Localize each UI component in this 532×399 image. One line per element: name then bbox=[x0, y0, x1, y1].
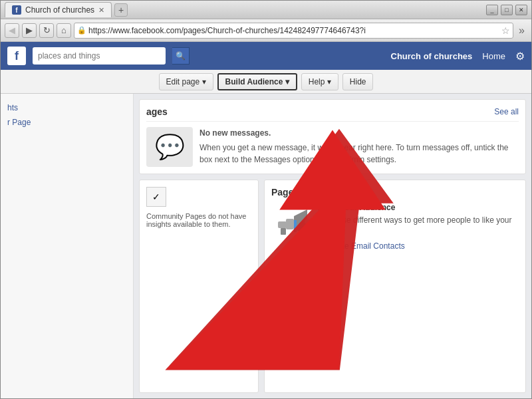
help-button[interactable]: Help ▾ bbox=[301, 73, 338, 90]
page-tips-box: Page Tips bbox=[264, 180, 526, 393]
bookmark-star-icon[interactable]: ☆ bbox=[501, 25, 510, 36]
megaphone-icon bbox=[271, 203, 311, 243]
address-bar[interactable] bbox=[88, 26, 501, 35]
tip-content: Build Your Audience Try these different … bbox=[318, 203, 519, 251]
sidebar-item-label: hts bbox=[7, 103, 18, 112]
sidebar-item-rpage[interactable]: r Page bbox=[7, 115, 126, 130]
lock-icon: 🔒 bbox=[77, 26, 86, 35]
browser-window: f Church of churches ✕ + _ □ ✕ ◀ ▶ ↻ ⌂ 🔒… bbox=[0, 0, 532, 399]
navigation-bar: ◀ ▶ ↻ ⌂ 🔒 ☆ » bbox=[1, 19, 531, 42]
facebook-toolbar-right: Church of churches Home ⚙ bbox=[391, 50, 525, 63]
insights-text: Community Pages do not have insights ava… bbox=[146, 212, 251, 228]
sidebar-item-label: r Page bbox=[7, 118, 31, 127]
insights-header: ✓ bbox=[146, 187, 251, 207]
center-content: ages See all 💬 No new messages. When you… bbox=[134, 94, 531, 398]
messages-content: 💬 No new messages. When you get a new me… bbox=[146, 127, 519, 167]
facebook-page-name: Church of churches bbox=[391, 51, 473, 61]
more-tools-button[interactable]: » bbox=[516, 25, 527, 37]
facebook-toolbar: f 🔍 Church of churches Home ⚙ bbox=[1, 42, 531, 70]
tip-title: Build Your Audience bbox=[318, 203, 519, 212]
main-content: hts r Page ages See all 💬 No new me bbox=[1, 94, 531, 398]
tip-desc: Try these different ways to get more peo… bbox=[318, 215, 519, 237]
maximize-button[interactable]: □ bbox=[501, 5, 513, 15]
minimize-button[interactable]: _ bbox=[486, 5, 498, 15]
page-action-bar: Edit page ▾ Build Audience ▾ Help ▾ Hide bbox=[1, 70, 531, 94]
facebook-logo: f bbox=[7, 47, 26, 65]
svg-rect-3 bbox=[281, 228, 286, 235]
tab-title: Church of churches bbox=[25, 5, 94, 15]
address-bar-container: 🔒 ☆ bbox=[74, 23, 513, 39]
invite-email-link[interactable]: ✉ Invite Email Contacts bbox=[318, 241, 519, 251]
title-bar: f Church of churches ✕ + _ □ ✕ bbox=[1, 1, 531, 19]
sidebar-item-hs[interactable]: hts bbox=[7, 100, 126, 115]
new-tab-button[interactable]: + bbox=[114, 3, 128, 17]
facebook-home-link[interactable]: Home bbox=[482, 51, 505, 61]
facebook-search-button[interactable]: 🔍 bbox=[172, 47, 190, 65]
browser-tab[interactable]: f Church of churches ✕ bbox=[5, 2, 112, 17]
edit-page-button[interactable]: Edit page ▾ bbox=[159, 73, 213, 90]
tip-item: Build Your Audience Try these different … bbox=[271, 203, 519, 251]
hide-button[interactable]: Hide bbox=[342, 73, 374, 90]
insights-icon: ✓ bbox=[146, 187, 166, 207]
window-controls: _ □ ✕ bbox=[486, 5, 527, 15]
page-tips-title: Page Tips bbox=[271, 187, 519, 198]
close-button[interactable]: ✕ bbox=[515, 5, 527, 15]
settings-gear-icon[interactable]: ⚙ bbox=[515, 50, 525, 63]
svg-rect-0 bbox=[286, 219, 294, 229]
message-bubble-icon: 💬 bbox=[155, 133, 185, 161]
title-bar-left: f Church of churches ✕ + bbox=[5, 2, 128, 17]
messages-text: No new messages. When you get a new mess… bbox=[200, 127, 519, 167]
build-audience-button[interactable]: Build Audience ▾ bbox=[217, 73, 297, 90]
reload-button[interactable]: ↻ bbox=[39, 23, 54, 38]
tab-favicon: f bbox=[12, 5, 21, 15]
no-messages-label: No new messages. bbox=[200, 127, 519, 139]
left-sidebar: hts r Page bbox=[1, 94, 134, 398]
bottom-section: ✓ Community Pages do not have insights a… bbox=[139, 180, 526, 393]
svg-rect-2 bbox=[278, 221, 287, 228]
messages-icon-area: 💬 bbox=[146, 127, 193, 167]
forward-button[interactable]: ▶ bbox=[22, 23, 37, 38]
svg-point-5 bbox=[305, 219, 310, 224]
messages-header: ages See all bbox=[146, 106, 519, 122]
back-button[interactable]: ◀ bbox=[5, 23, 19, 38]
home-button[interactable]: ⌂ bbox=[57, 23, 71, 38]
messages-title: ages bbox=[146, 106, 168, 117]
messages-box: ages See all 💬 No new messages. When you… bbox=[139, 99, 526, 174]
facebook-search-input[interactable] bbox=[33, 47, 166, 65]
svg-rect-4 bbox=[294, 220, 297, 232]
invite-email-icon: ✉ bbox=[318, 241, 327, 251]
insights-box: ✓ Community Pages do not have insights a… bbox=[139, 180, 259, 393]
messages-description: When you get a new message, it will appe… bbox=[200, 143, 508, 164]
tab-close-button[interactable]: ✕ bbox=[98, 6, 104, 15]
search-icon: 🔍 bbox=[176, 51, 186, 61]
invite-email-label: Invite Email Contacts bbox=[330, 241, 405, 251]
see-all-link[interactable]: See all bbox=[494, 107, 519, 116]
